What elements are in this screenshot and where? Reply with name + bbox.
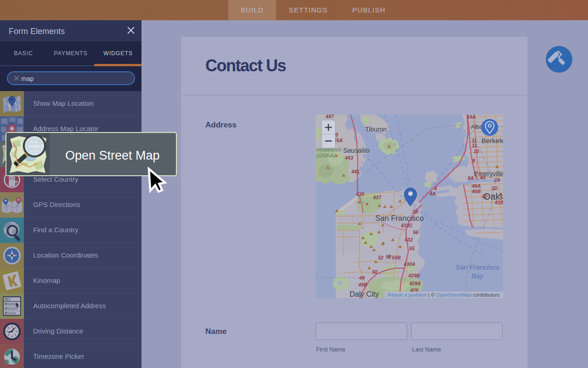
svg-text:430A: 430A [403,261,415,267]
svg-text:San Francisco: San Francisco [375,214,424,222]
svg-text:52: 52 [378,255,384,260]
svg-text:52: 52 [386,254,391,259]
svg-text:429A: 429A [409,281,421,286]
svg-text:St Leslie: St Leslie [5,302,17,305]
svg-text:433C: 433C [401,223,413,228]
svg-text:41B: 41B [494,200,503,205]
svg-text:Berkele: Berkele [481,137,503,144]
svg-text:10: 10 [474,149,479,154]
svg-text:54B: 54B [392,255,401,260]
svg-text:49B: 49B [358,282,368,288]
svg-text:San Francisco: San Francisco [455,263,499,271]
svg-text:443: 443 [345,155,353,161]
svg-text:429B: 429B [408,273,420,278]
svg-text:Report a problem | © OpenStree: Report a problem | © OpenStreetMap contr… [388,292,500,298]
svg-text:2B: 2B [412,209,418,214]
svg-text:441: 441 [351,169,360,174]
svg-text:447: 447 [325,115,334,119]
svg-text:56: 56 [413,230,418,235]
svg-text:0110: 0110 [29,140,38,144]
svg-text:437: 437 [373,195,382,200]
svg-text:439: 439 [356,191,364,197]
svg-text:Tiburon: Tiburon [365,126,387,133]
svg-text:11: 11 [472,143,477,148]
svg-text:Sausalito: Sausalito [343,147,370,154]
svg-text:4A: 4A [429,191,435,196]
svg-text:1D: 1D [492,185,498,191]
svg-text:St Lorenz: St Lorenz [5,307,18,310]
svg-text:St Lucia: St Lucia [5,311,16,315]
svg-text:St L: St L [5,298,11,301]
svg-text:44: 44 [480,175,486,180]
svg-text:432: 432 [404,237,413,242]
svg-text:Bay: Bay [471,272,484,280]
svg-text:14A: 14A [467,115,475,120]
svg-text:42: 42 [481,194,487,199]
svg-text:50: 50 [372,269,378,275]
svg-text:46B: 46B [471,189,481,194]
svg-text:55: 55 [409,246,415,251]
svg-text:0100: 0100 [30,149,39,153]
svg-text:8A: 8A [468,175,474,181]
svg-text:9: 9 [472,158,475,163]
svg-text:011010: 011010 [28,144,43,149]
svg-text:Emeryville: Emeryville [474,170,503,178]
svg-text:49: 49 [359,275,365,281]
svg-text:(GNRA): (GNRA) [317,153,335,158]
svg-text:46A: 46A [471,183,481,189]
svg-text:2A: 2A [494,177,500,183]
svg-text:Daly City: Daly City [350,290,379,298]
